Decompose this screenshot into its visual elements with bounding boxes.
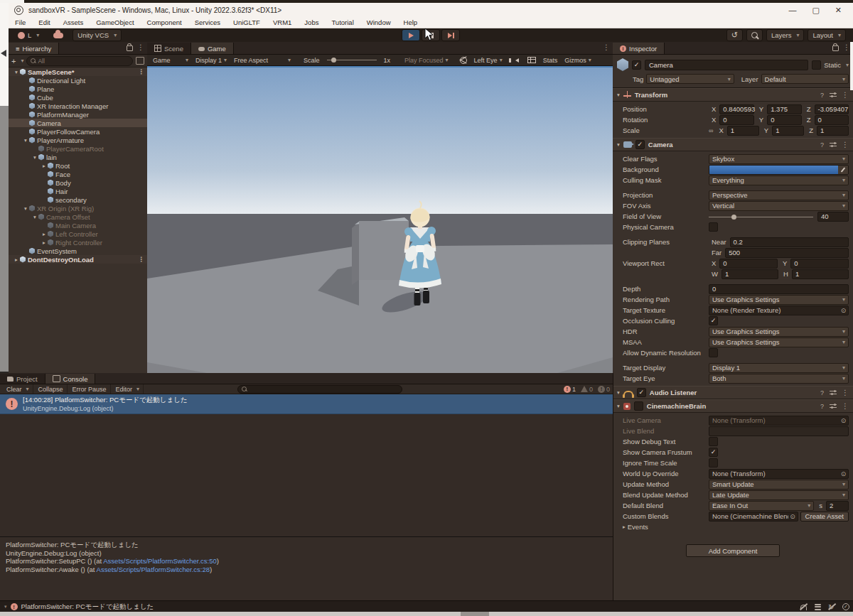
menu-item-tutorial[interactable]: Tutorial [325,17,360,28]
aspect-dropdown[interactable]: Free Aspect▾ [231,55,294,65]
field-of-view-slider[interactable] [709,212,813,221]
component-header-camera[interactable]: ▾ ✓ Camera ? ⋮ [613,138,853,151]
expand-arrow-icon[interactable]: ▾ [31,154,38,161]
undo-history-button[interactable]: ↺ [726,29,743,41]
hierarchy-item[interactable]: Body [9,178,147,187]
mute-audio-icon[interactable] [507,55,523,65]
layers-stack-icon[interactable] [814,603,822,611]
console-expand-icon[interactable]: ▾ [4,604,7,610]
audio-listener-enabled-checkbox[interactable]: ✓ [637,388,646,397]
stack-trace-link[interactable]: Assets/Scripts/PlatformSwitcher.cs:50 [103,557,216,565]
auto-refresh-disabled-icon[interactable]: ↻ [828,603,836,611]
eye-dropdown[interactable]: Left Eye▾ [471,55,505,65]
expand-arrow-icon[interactable]: ▾ [617,403,620,409]
menu-item-unigltf[interactable]: UniGLTF [227,17,267,28]
object-picker-icon[interactable]: ⊙ [788,513,798,520]
kebab-menu-icon[interactable]: ⋮ [842,402,849,410]
hdr-dropdown[interactable]: Use Graphics Settings▾ [709,327,849,337]
object-picker-icon[interactable]: ⊙ [839,470,848,477]
eyedropper-icon[interactable] [838,166,848,174]
expand-arrow-icon[interactable]: ▾ [22,205,29,212]
layers-dropdown[interactable]: Layers▾ [766,29,805,41]
rendering-path-dropdown[interactable]: Use Graphics Settings▾ [709,295,849,305]
editor-dropdown[interactable]: Editor▾ [112,384,144,394]
component-header-cinemachinebrain[interactable]: ▾ CinemachineBrain ? ⋮ [613,399,853,413]
component-header-transform[interactable]: ▾ Transform ? ⋮ [613,88,853,102]
position-y-field[interactable]: 1.375 [767,104,802,114]
expand-arrow-icon[interactable]: ▾ [617,92,620,98]
expand-arrow-icon[interactable]: ▾ [617,389,620,396]
tab-game[interactable]: Game [191,43,234,54]
scale-slider[interactable] [327,60,377,60]
object-picker-icon[interactable]: ⊙ [839,417,848,424]
cloud-button[interactable] [48,29,68,41]
tab-console[interactable]: Console [45,374,96,384]
hierarchy-item[interactable]: ▾PlayerArmature [9,136,147,144]
menu-item-help[interactable]: Help [397,17,424,28]
lock-icon[interactable] [832,45,839,51]
kebab-menu-icon[interactable]: ⋮ [138,256,147,263]
expand-arrow-icon[interactable]: ▾ [22,137,29,144]
hierarchy-item[interactable]: PlatformManager [9,110,147,119]
msaa-dropdown[interactable]: Use Graphics Settings▾ [709,337,849,347]
kebab-menu-icon[interactable]: ⋮ [842,141,849,148]
game-viewport[interactable] [147,67,613,374]
viewport-rect-field[interactable]: 0 [790,259,849,269]
help-icon[interactable]: ? [820,402,825,411]
allow-dynamic-resolution-checkbox[interactable] [709,348,718,357]
kebab-menu-icon[interactable]: ⋮ [842,91,849,99]
live-blend-field[interactable] [709,426,849,436]
display-dropdown[interactable]: Display 1▾ [193,55,230,65]
menu-item-jobs[interactable]: Jobs [298,17,325,28]
error-count-badge[interactable]: !0 [598,386,610,393]
gameobject-name-field[interactable]: Camera [645,60,808,70]
hierarchy-item[interactable]: XR Interaction Manager [9,102,147,110]
game-mode-dropdown[interactable]: Game▾ [150,55,191,65]
hierarchy-search-input[interactable]: All [26,56,133,66]
stack-trace-link[interactable]: Assets/Scripts/PlatformSwitcher.cs:28 [97,566,210,573]
menu-item-file[interactable]: File [9,17,32,28]
hierarchy-item[interactable]: ▸DontDestroyOnLoad⋮ [9,255,147,264]
hierarchy-item[interactable]: ▸Root [9,161,147,170]
scene-picker-icon[interactable] [136,57,144,65]
hierarchy-item[interactable]: ▾SampleScene*⋮ [9,67,147,76]
position-x-field[interactable]: 0.8400593 [719,104,754,114]
menu-item-gameobject[interactable]: GameObject [90,17,140,28]
stats-button[interactable]: Stats [540,55,561,65]
rotation-x-field[interactable]: 0 [719,115,754,125]
link-scale-icon[interactable]: ∞ [709,127,713,134]
static-checkbox[interactable] [812,60,821,70]
menu-item-vrm1[interactable]: VRM1 [267,17,298,28]
occlusion-culling-checkbox[interactable]: ✓ [709,316,718,325]
rotation-z-field[interactable]: 0 [815,115,849,125]
target-texture-object-field[interactable]: None (Render Texture)⊙ [709,306,849,315]
culling-mask-dropdown[interactable]: Everything▾ [709,175,849,185]
play-focused-dropdown[interactable]: Play Focused▾ [402,55,451,65]
step-button[interactable] [441,29,460,41]
tasks-ok-icon[interactable]: ✓ [842,603,850,611]
menu-item-window[interactable]: Window [360,17,397,28]
gameobject-active-checkbox[interactable]: ✓ [632,60,641,70]
expand-arrow-icon[interactable]: ▾ [13,69,20,75]
property-field[interactable]: 1 [792,269,849,279]
default-blend-dropdown[interactable]: Ease In Out▾ [709,501,814,511]
presets-icon[interactable] [830,390,837,396]
create-asset-button[interactable]: Create Asset [800,512,849,522]
console-search-input[interactable] [237,385,402,394]
hierarchy-item[interactable]: Camera [9,119,147,127]
menu-item-services[interactable]: Services [188,17,227,28]
presets-icon[interactable] [830,142,837,148]
target-eye-dropdown[interactable]: Both▾ [709,374,849,384]
clipping-planes-field[interactable]: 0.2 [730,237,849,247]
account-button[interactable]: L▾ [13,29,44,41]
minimize-button[interactable]: — [788,6,796,14]
hierarchy-item[interactable]: ▾Camera Offset [9,212,147,221]
hierarchy-item[interactable]: ▸Left Controller [9,229,147,238]
clear-button[interactable]: Clear▾ [3,384,33,394]
hierarchy-item[interactable]: ▾XR Origin (XR Rig) [9,204,147,212]
hierarchy-item[interactable]: EventSystem [9,247,147,255]
target-display-dropdown[interactable]: Display 1▾ [709,363,849,373]
fov-axis-dropdown[interactable]: Vertical▾ [709,201,849,211]
position-z-field[interactable]: -3.059407 [815,104,849,114]
hierarchy-item[interactable]: Face [9,170,147,178]
